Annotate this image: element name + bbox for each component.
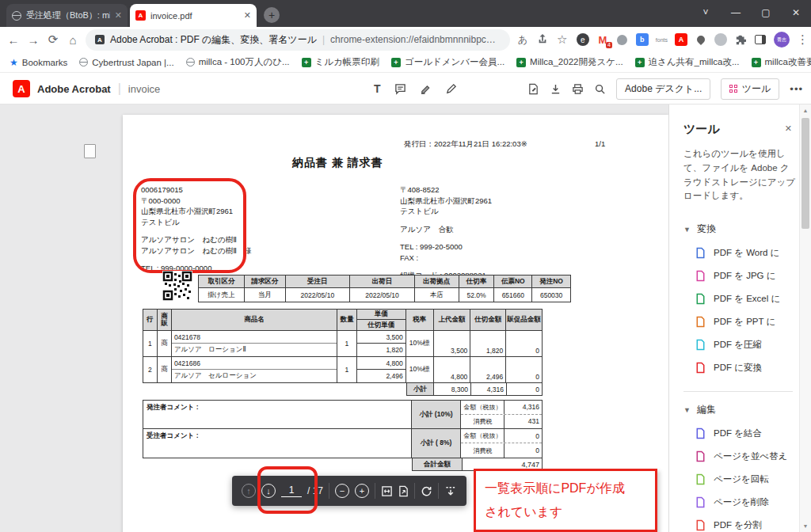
- forward-icon[interactable]: →: [26, 33, 40, 47]
- scroll-up-icon[interactable]: ▲: [800, 104, 811, 116]
- translate-icon[interactable]: あ: [516, 33, 530, 47]
- gray-extension-icon[interactable]: [714, 33, 727, 46]
- item-code: 0421686: [172, 357, 337, 370]
- tab-invoice-pdf[interactable]: A invoice.pdf ✕: [130, 4, 257, 27]
- bookmark-item[interactable]: Cybertrust Japan |...: [79, 58, 173, 67]
- item-name: アルソア セルローション: [172, 370, 337, 382]
- tool-reorder-pages[interactable]: ページを並べ替え: [683, 445, 792, 468]
- tool-pdf-to-excel[interactable]: PDF を Excel に: [683, 287, 792, 310]
- highlighter-icon[interactable]: [420, 83, 432, 95]
- url-separator: |: [322, 34, 325, 45]
- subtotal-8-values: 金額（税抜） 0 消費税 0: [461, 429, 542, 458]
- tab-close-icon[interactable]: ✕: [115, 10, 122, 21]
- side-panel-icon[interactable]: [754, 33, 767, 46]
- col-header: 行: [143, 310, 158, 330]
- home-icon[interactable]: ⌂: [66, 33, 80, 47]
- subtotal-promo: 0: [507, 383, 543, 396]
- tool-pdf-to-word[interactable]: PDF を Word に: [683, 241, 792, 264]
- tab-order-processing[interactable]: 受注処理（BtoB）: millca - 100万 ✕: [6, 4, 128, 27]
- search-icon[interactable]: [594, 83, 606, 95]
- bookmark-item[interactable]: +ミルカ帳票印刷: [302, 56, 379, 68]
- order-summary-table: 取引区分 請求区分 受注日 出荷日 出荷拠点 仕切率 伝票NO 発注NO 掛け売…: [198, 275, 571, 302]
- add-text-icon[interactable]: T: [374, 82, 381, 95]
- qr-code: [162, 271, 192, 301]
- section-edit[interactable]: ▼ 編集: [683, 403, 792, 416]
- bookmark-item[interactable]: +millca改善要望一覧...: [752, 56, 811, 68]
- tool-combine-pdf[interactable]: PDF を結合: [683, 422, 792, 445]
- zoom-in-icon[interactable]: +: [355, 484, 369, 498]
- tool-delete-pages[interactable]: ページを削除: [683, 491, 792, 514]
- tool-pdf-to-jpg[interactable]: PDF を JPG に: [683, 264, 792, 287]
- retail-amount: 4,800: [434, 357, 471, 382]
- zoom-out-icon[interactable]: −: [335, 484, 349, 498]
- profile-avatar[interactable]: 青志: [774, 32, 790, 48]
- bookmark-item[interactable]: +Millca_2022開発スケ...: [516, 56, 623, 68]
- callout-text-line1: 一覧表示順にPDFが作成: [485, 477, 646, 500]
- keep-extension-icon[interactable]: [616, 33, 629, 46]
- back-icon[interactable]: ←: [6, 33, 21, 47]
- bookmark-item[interactable]: +ゴールドメンバー会員...: [391, 56, 504, 68]
- bookmark-item[interactable]: ★Bookmarks: [10, 57, 67, 68]
- tools-button[interactable]: ツール: [721, 78, 779, 100]
- scroll-mode-icon[interactable]: [444, 485, 457, 497]
- col-header: 単価 仕切単価: [357, 310, 406, 330]
- browser-menu-icon[interactable]: ⋮: [797, 32, 805, 47]
- issuer-tel: TEL : 999-20-5000: [400, 241, 492, 253]
- adobe-desktop-button[interactable]: Adobe デスクト...: [616, 78, 710, 100]
- reload-icon[interactable]: ⟳: [46, 32, 60, 47]
- tool-rotate-pages[interactable]: ページを回転: [683, 468, 792, 491]
- share-icon[interactable]: [535, 33, 550, 47]
- summary-value: 650030: [532, 288, 570, 302]
- previous-page-icon[interactable]: ↑: [242, 484, 256, 498]
- page-thumbnails-icon[interactable]: [84, 144, 96, 158]
- bookmark-item[interactable]: millca - 100万人のひ...: [186, 56, 290, 68]
- more-options-icon[interactable]: •••: [790, 83, 803, 95]
- rotate-icon[interactable]: [421, 485, 432, 497]
- location-pin-extension-icon[interactable]: [695, 33, 707, 46]
- close-icon[interactable]: ✕: [785, 124, 792, 134]
- tab-close-icon[interactable]: ✕: [244, 10, 251, 21]
- item-qty: 1: [337, 357, 357, 382]
- gmail-extension-icon[interactable]: M4: [596, 33, 609, 46]
- draw-pen-icon[interactable]: [445, 83, 457, 95]
- e-extension-icon[interactable]: e: [577, 33, 589, 46]
- print-icon[interactable]: [572, 83, 584, 95]
- bookmark-star-icon[interactable]: ☆: [555, 32, 569, 47]
- edit-tools-list: PDF を結合 ページを並べ替え ページを回転 ページを削除 PDF を分割: [683, 422, 792, 532]
- new-tab-button[interactable]: +: [264, 7, 280, 23]
- fit-page-icon[interactable]: [398, 485, 409, 497]
- unit-price: 3,500: [357, 331, 406, 344]
- fit-width-icon[interactable]: [381, 485, 393, 497]
- close-button[interactable]: ✕: [781, 0, 811, 25]
- window-menu-icon[interactable]: ˅: [691, 0, 721, 25]
- download-icon[interactable]: [550, 83, 562, 95]
- red-annotation-address: [133, 178, 246, 273]
- url-bar[interactable]: A Adobe Acrobat : PDF の編集、変換、署名ツール | chr…: [86, 29, 510, 51]
- red-callout-box: 一覧表示順にPDFが作成 されています: [474, 469, 657, 532]
- minimize-button[interactable]: —: [721, 0, 751, 25]
- ex-tax-label: 金額（税抜）: [461, 429, 504, 443]
- scroll-down-icon[interactable]: ▼: [800, 520, 811, 532]
- tools-panel-description: これらのツールを使用して、ファイルを Adobe クラウドストレージにアップロー…: [683, 147, 796, 203]
- acrobat-pdf-extension-icon[interactable]: A: [675, 33, 687, 46]
- bookmark-item[interactable]: +迫さん共有_millca改...: [635, 56, 740, 68]
- extensions-puzzle-icon[interactable]: [734, 33, 747, 46]
- tool-pdf-to-ppt[interactable]: PDF を PPT に: [683, 310, 792, 333]
- tool-compress-pdf[interactable]: PDF を圧縮: [683, 333, 792, 356]
- maximize-button[interactable]: ▢: [751, 0, 781, 25]
- scrollbar-thumb[interactable]: [801, 118, 809, 229]
- fill-sign-icon[interactable]: [527, 83, 539, 95]
- fonts-extension-icon[interactable]: fonts: [656, 33, 668, 46]
- wholesale-unit-price: 2,496: [357, 370, 406, 382]
- tool-split-pdf[interactable]: PDF を分割: [683, 514, 792, 532]
- comment-icon[interactable]: [394, 83, 406, 95]
- bookmarks-bar: ★Bookmarks Cybertrust Japan |... millca …: [0, 52, 811, 73]
- section-convert[interactable]: ▼ 変換: [683, 222, 792, 236]
- tool-label: ページを回転: [714, 473, 769, 485]
- col-header: 仕切金額: [470, 310, 506, 330]
- chevron-down-icon: ▼: [683, 406, 691, 414]
- tool-convert-to-pdf[interactable]: PDF に変換: [683, 356, 792, 379]
- bookmark-label: 迫さん共有_millca改...: [649, 56, 740, 68]
- panel-scrollbar[interactable]: ▲ ▼: [799, 104, 811, 532]
- blue-extension-icon[interactable]: b: [636, 33, 649, 46]
